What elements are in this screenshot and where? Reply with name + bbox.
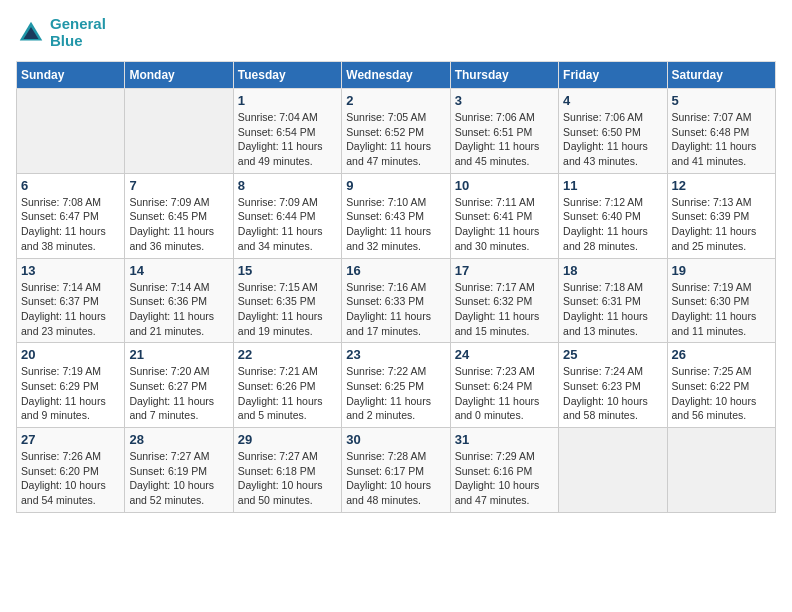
column-header-wednesday: Wednesday: [342, 62, 450, 89]
day-info: Sunrise: 7:26 AM Sunset: 6:20 PM Dayligh…: [21, 449, 120, 508]
day-number: 24: [455, 347, 554, 362]
day-number: 6: [21, 178, 120, 193]
column-header-thursday: Thursday: [450, 62, 558, 89]
calendar-cell: 20Sunrise: 7:19 AM Sunset: 6:29 PM Dayli…: [17, 343, 125, 428]
calendar-cell: 31Sunrise: 7:29 AM Sunset: 6:16 PM Dayli…: [450, 428, 558, 513]
day-number: 5: [672, 93, 771, 108]
day-number: 3: [455, 93, 554, 108]
day-info: Sunrise: 7:22 AM Sunset: 6:25 PM Dayligh…: [346, 364, 445, 423]
calendar-cell: 22Sunrise: 7:21 AM Sunset: 6:26 PM Dayli…: [233, 343, 341, 428]
day-info: Sunrise: 7:23 AM Sunset: 6:24 PM Dayligh…: [455, 364, 554, 423]
day-info: Sunrise: 7:09 AM Sunset: 6:45 PM Dayligh…: [129, 195, 228, 254]
column-header-tuesday: Tuesday: [233, 62, 341, 89]
day-info: Sunrise: 7:08 AM Sunset: 6:47 PM Dayligh…: [21, 195, 120, 254]
calendar-cell: 25Sunrise: 7:24 AM Sunset: 6:23 PM Dayli…: [559, 343, 667, 428]
calendar-cell: 11Sunrise: 7:12 AM Sunset: 6:40 PM Dayli…: [559, 173, 667, 258]
day-number: 13: [21, 263, 120, 278]
calendar-week-3: 13Sunrise: 7:14 AM Sunset: 6:37 PM Dayli…: [17, 258, 776, 343]
calendar-cell: 18Sunrise: 7:18 AM Sunset: 6:31 PM Dayli…: [559, 258, 667, 343]
day-info: Sunrise: 7:09 AM Sunset: 6:44 PM Dayligh…: [238, 195, 337, 254]
calendar-week-4: 20Sunrise: 7:19 AM Sunset: 6:29 PM Dayli…: [17, 343, 776, 428]
calendar-table: SundayMondayTuesdayWednesdayThursdayFrid…: [16, 61, 776, 513]
day-number: 11: [563, 178, 662, 193]
day-number: 2: [346, 93, 445, 108]
day-number: 12: [672, 178, 771, 193]
calendar-cell: 7Sunrise: 7:09 AM Sunset: 6:45 PM Daylig…: [125, 173, 233, 258]
day-info: Sunrise: 7:07 AM Sunset: 6:48 PM Dayligh…: [672, 110, 771, 169]
day-number: 9: [346, 178, 445, 193]
calendar-week-1: 1Sunrise: 7:04 AM Sunset: 6:54 PM Daylig…: [17, 89, 776, 174]
day-number: 23: [346, 347, 445, 362]
column-header-saturday: Saturday: [667, 62, 775, 89]
day-info: Sunrise: 7:27 AM Sunset: 6:18 PM Dayligh…: [238, 449, 337, 508]
calendar-week-2: 6Sunrise: 7:08 AM Sunset: 6:47 PM Daylig…: [17, 173, 776, 258]
day-info: Sunrise: 7:27 AM Sunset: 6:19 PM Dayligh…: [129, 449, 228, 508]
day-number: 10: [455, 178, 554, 193]
calendar-cell: 15Sunrise: 7:15 AM Sunset: 6:35 PM Dayli…: [233, 258, 341, 343]
calendar-cell: 10Sunrise: 7:11 AM Sunset: 6:41 PM Dayli…: [450, 173, 558, 258]
day-info: Sunrise: 7:28 AM Sunset: 6:17 PM Dayligh…: [346, 449, 445, 508]
calendar-cell: 26Sunrise: 7:25 AM Sunset: 6:22 PM Dayli…: [667, 343, 775, 428]
day-number: 19: [672, 263, 771, 278]
day-number: 18: [563, 263, 662, 278]
calendar-cell: 28Sunrise: 7:27 AM Sunset: 6:19 PM Dayli…: [125, 428, 233, 513]
calendar-cell: 3Sunrise: 7:06 AM Sunset: 6:51 PM Daylig…: [450, 89, 558, 174]
day-number: 8: [238, 178, 337, 193]
logo-icon: [16, 18, 46, 48]
calendar-cell: [125, 89, 233, 174]
day-number: 7: [129, 178, 228, 193]
day-info: Sunrise: 7:06 AM Sunset: 6:51 PM Dayligh…: [455, 110, 554, 169]
day-info: Sunrise: 7:24 AM Sunset: 6:23 PM Dayligh…: [563, 364, 662, 423]
logo: General Blue: [16, 16, 106, 49]
day-number: 17: [455, 263, 554, 278]
calendar-cell: 2Sunrise: 7:05 AM Sunset: 6:52 PM Daylig…: [342, 89, 450, 174]
calendar-cell: 30Sunrise: 7:28 AM Sunset: 6:17 PM Dayli…: [342, 428, 450, 513]
calendar-cell: 29Sunrise: 7:27 AM Sunset: 6:18 PM Dayli…: [233, 428, 341, 513]
calendar-cell: 19Sunrise: 7:19 AM Sunset: 6:30 PM Dayli…: [667, 258, 775, 343]
day-info: Sunrise: 7:18 AM Sunset: 6:31 PM Dayligh…: [563, 280, 662, 339]
day-info: Sunrise: 7:19 AM Sunset: 6:29 PM Dayligh…: [21, 364, 120, 423]
calendar-cell: 5Sunrise: 7:07 AM Sunset: 6:48 PM Daylig…: [667, 89, 775, 174]
calendar-cell: [667, 428, 775, 513]
day-info: Sunrise: 7:19 AM Sunset: 6:30 PM Dayligh…: [672, 280, 771, 339]
day-info: Sunrise: 7:21 AM Sunset: 6:26 PM Dayligh…: [238, 364, 337, 423]
calendar-cell: 14Sunrise: 7:14 AM Sunset: 6:36 PM Dayli…: [125, 258, 233, 343]
day-info: Sunrise: 7:17 AM Sunset: 6:32 PM Dayligh…: [455, 280, 554, 339]
day-number: 28: [129, 432, 228, 447]
day-info: Sunrise: 7:15 AM Sunset: 6:35 PM Dayligh…: [238, 280, 337, 339]
page-header: General Blue: [16, 16, 776, 49]
day-info: Sunrise: 7:10 AM Sunset: 6:43 PM Dayligh…: [346, 195, 445, 254]
day-info: Sunrise: 7:14 AM Sunset: 6:37 PM Dayligh…: [21, 280, 120, 339]
day-number: 25: [563, 347, 662, 362]
calendar-cell: 4Sunrise: 7:06 AM Sunset: 6:50 PM Daylig…: [559, 89, 667, 174]
calendar-week-5: 27Sunrise: 7:26 AM Sunset: 6:20 PM Dayli…: [17, 428, 776, 513]
day-number: 26: [672, 347, 771, 362]
day-number: 14: [129, 263, 228, 278]
calendar-cell: [559, 428, 667, 513]
day-number: 30: [346, 432, 445, 447]
day-number: 15: [238, 263, 337, 278]
column-header-sunday: Sunday: [17, 62, 125, 89]
day-info: Sunrise: 7:14 AM Sunset: 6:36 PM Dayligh…: [129, 280, 228, 339]
day-info: Sunrise: 7:20 AM Sunset: 6:27 PM Dayligh…: [129, 364, 228, 423]
calendar-cell: [17, 89, 125, 174]
calendar-cell: 21Sunrise: 7:20 AM Sunset: 6:27 PM Dayli…: [125, 343, 233, 428]
day-number: 22: [238, 347, 337, 362]
day-info: Sunrise: 7:04 AM Sunset: 6:54 PM Dayligh…: [238, 110, 337, 169]
day-number: 4: [563, 93, 662, 108]
calendar-cell: 24Sunrise: 7:23 AM Sunset: 6:24 PM Dayli…: [450, 343, 558, 428]
calendar-cell: 12Sunrise: 7:13 AM Sunset: 6:39 PM Dayli…: [667, 173, 775, 258]
day-number: 20: [21, 347, 120, 362]
day-number: 31: [455, 432, 554, 447]
column-header-monday: Monday: [125, 62, 233, 89]
calendar-cell: 6Sunrise: 7:08 AM Sunset: 6:47 PM Daylig…: [17, 173, 125, 258]
day-info: Sunrise: 7:12 AM Sunset: 6:40 PM Dayligh…: [563, 195, 662, 254]
calendar-cell: 23Sunrise: 7:22 AM Sunset: 6:25 PM Dayli…: [342, 343, 450, 428]
calendar-cell: 8Sunrise: 7:09 AM Sunset: 6:44 PM Daylig…: [233, 173, 341, 258]
day-info: Sunrise: 7:05 AM Sunset: 6:52 PM Dayligh…: [346, 110, 445, 169]
day-info: Sunrise: 7:16 AM Sunset: 6:33 PM Dayligh…: [346, 280, 445, 339]
calendar-cell: 9Sunrise: 7:10 AM Sunset: 6:43 PM Daylig…: [342, 173, 450, 258]
day-info: Sunrise: 7:11 AM Sunset: 6:41 PM Dayligh…: [455, 195, 554, 254]
day-info: Sunrise: 7:06 AM Sunset: 6:50 PM Dayligh…: [563, 110, 662, 169]
calendar-cell: 27Sunrise: 7:26 AM Sunset: 6:20 PM Dayli…: [17, 428, 125, 513]
